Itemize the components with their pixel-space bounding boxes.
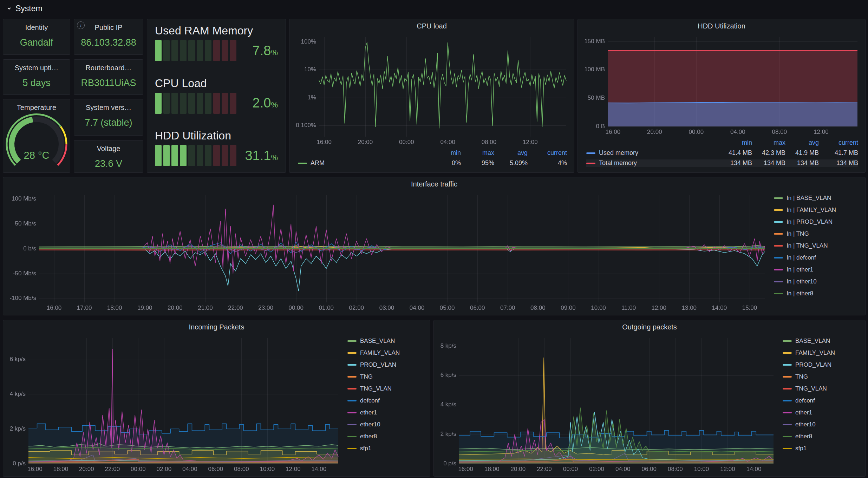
legend-item[interactable]: defconf bbox=[783, 395, 862, 407]
legend-item[interactable]: defconf bbox=[347, 395, 426, 407]
legend-item[interactable]: PROD_VLAN bbox=[783, 359, 862, 371]
incoming-packets-chart[interactable] bbox=[7, 334, 342, 474]
panel-title[interactable]: Incoming Packets bbox=[3, 320, 430, 334]
panel-outgoing-packets: Outgoing packets BASE_VLANFAMILY_VLANPRO… bbox=[433, 320, 866, 477]
bar-gauge-cell bbox=[163, 40, 170, 61]
legend-item[interactable]: PROD_VLAN bbox=[347, 359, 426, 371]
legend-item[interactable]: ARM bbox=[298, 159, 428, 167]
panel-info-icon[interactable]: i bbox=[77, 21, 85, 29]
legend-col-max[interactable]: max bbox=[461, 149, 494, 157]
legend-item[interactable]: FAMILY_VLAN bbox=[347, 347, 426, 359]
legend-max-value: 95% bbox=[461, 159, 494, 167]
series-color-swatch bbox=[347, 448, 357, 449]
legend-item[interactable]: In | FAMILY_VLAN bbox=[774, 204, 862, 216]
stat-title: Voltage bbox=[74, 140, 143, 153]
legend-current-value: 4% bbox=[528, 159, 567, 167]
legend-col-avg[interactable]: avg bbox=[494, 149, 528, 157]
panel-title[interactable]: HDD Utilization bbox=[578, 19, 865, 33]
legend-max-value: 42.3 MB bbox=[752, 149, 785, 157]
cpu-load-chart[interactable] bbox=[293, 33, 570, 147]
hdd-utilization-chart[interactable] bbox=[581, 33, 862, 137]
legend-item[interactable]: ether1 bbox=[347, 407, 426, 419]
series-color-swatch bbox=[347, 352, 357, 354]
legend-item[interactable]: Total memory bbox=[586, 159, 719, 167]
bar-gauge-cell bbox=[180, 40, 187, 61]
legend-min-value: 134 MB bbox=[719, 159, 752, 167]
legend-col-current[interactable]: current bbox=[819, 139, 858, 146]
legend-col-avg[interactable]: avg bbox=[785, 139, 819, 146]
legend-item[interactable]: In | TNG bbox=[774, 228, 862, 240]
series-color-swatch bbox=[783, 424, 792, 425]
panel-title-text: HDD Utilization bbox=[698, 22, 745, 30]
series-color-swatch bbox=[774, 269, 783, 270]
outgoing-packets-chart[interactable] bbox=[437, 334, 778, 474]
bar-gauge-cell bbox=[205, 145, 211, 166]
series-color-swatch bbox=[774, 233, 783, 235]
legend-item[interactable]: sfp1 bbox=[347, 443, 426, 454]
series-color-swatch bbox=[774, 221, 783, 223]
legend-item[interactable]: In | ether8 bbox=[774, 288, 862, 300]
legend-item[interactable]: In | PROD_VLAN bbox=[774, 216, 862, 228]
panel-interface-traffic: Interface traffic In | BASE_VLANIn | FAM… bbox=[3, 177, 866, 315]
panel-system-uptime: System upti… 5 days bbox=[3, 59, 70, 95]
legend-item[interactable]: FAMILY_VLAN bbox=[783, 347, 862, 359]
bar-gauge-cell bbox=[213, 40, 220, 61]
legend-col-max[interactable]: max bbox=[752, 139, 785, 146]
legend-col-current[interactable]: current bbox=[528, 149, 567, 157]
series-label: TNG bbox=[360, 373, 373, 380]
panel-title[interactable]: Interface traffic bbox=[3, 177, 865, 191]
stat-value: 5 days bbox=[3, 78, 70, 89]
series-color-swatch bbox=[774, 281, 783, 282]
series-color-swatch bbox=[586, 152, 595, 154]
series-color-swatch bbox=[783, 340, 792, 342]
legend-item[interactable]: TNG bbox=[347, 371, 426, 383]
legend-item[interactable]: TNG_VLAN bbox=[783, 383, 862, 395]
row-header-system[interactable]: System bbox=[6, 3, 43, 14]
series-label: sfp1 bbox=[360, 445, 371, 452]
legend-item[interactable]: ether1 bbox=[783, 407, 862, 419]
series-label: TNG bbox=[795, 373, 808, 380]
legend-item[interactable]: ether10 bbox=[783, 419, 862, 431]
stat-title: System vers… bbox=[74, 99, 143, 112]
series-label: ether1 bbox=[795, 409, 812, 416]
legend-item[interactable]: TNG_VLAN bbox=[347, 383, 426, 395]
cpu-legend: min max avg current ARM 0% 95% 5.09% 4% bbox=[293, 147, 570, 170]
series-color-swatch bbox=[774, 197, 783, 199]
legend-item[interactable]: sfp1 bbox=[783, 443, 862, 454]
legend-item[interactable]: In | TNG_VLAN bbox=[774, 240, 862, 252]
series-color-swatch bbox=[347, 340, 357, 342]
series-label: BASE_VLAN bbox=[795, 338, 830, 345]
chart-canvas[interactable] bbox=[7, 191, 769, 313]
series-label: FAMILY_VLAN bbox=[360, 349, 400, 356]
series-label: BASE_VLAN bbox=[360, 338, 395, 345]
chart-canvas[interactable] bbox=[293, 33, 570, 147]
panel-title[interactable]: Outgoing packets bbox=[434, 320, 865, 334]
series-label: FAMILY_VLAN bbox=[795, 349, 835, 356]
legend-item[interactable]: ether10 bbox=[347, 419, 426, 431]
bar-gauge-cell bbox=[180, 145, 187, 166]
legend-item[interactable]: In | ether10 bbox=[774, 276, 862, 288]
legend-item[interactable]: In | defconf bbox=[774, 252, 862, 264]
legend-col-min[interactable]: min bbox=[428, 149, 461, 157]
incoming-packets-legend: BASE_VLANFAMILY_VLANPROD_VLANTNGTNG_VLAN… bbox=[342, 334, 426, 474]
legend-item[interactable]: BASE_VLAN bbox=[783, 335, 862, 347]
series-color-swatch bbox=[586, 163, 595, 164]
legend-item[interactable]: TNG bbox=[783, 371, 862, 383]
legend-col-min[interactable]: min bbox=[719, 139, 752, 146]
legend-current-value: 134 MB bbox=[819, 159, 858, 167]
series-color-swatch bbox=[347, 436, 357, 437]
panel-temperature: Temperature 28 °C bbox=[3, 99, 70, 173]
legend-item[interactable]: ether8 bbox=[347, 431, 426, 443]
chart-canvas[interactable] bbox=[437, 334, 778, 474]
legend-item[interactable]: Used memory bbox=[586, 149, 719, 157]
legend-item[interactable]: In | ether1 bbox=[774, 264, 862, 276]
legend-item[interactable]: BASE_VLAN bbox=[347, 335, 426, 347]
chart-canvas[interactable] bbox=[7, 334, 342, 474]
legend-item[interactable]: ether8 bbox=[783, 431, 862, 443]
interface-traffic-chart[interactable] bbox=[7, 191, 769, 313]
chart-canvas[interactable] bbox=[581, 33, 862, 137]
panel-title-text: Interface traffic bbox=[411, 180, 457, 188]
panel-routerboard: Routerboard… RB3011UiAS bbox=[74, 59, 143, 95]
legend-item[interactable]: In | BASE_VLAN bbox=[774, 192, 862, 204]
panel-title[interactable]: CPU load bbox=[289, 19, 574, 33]
